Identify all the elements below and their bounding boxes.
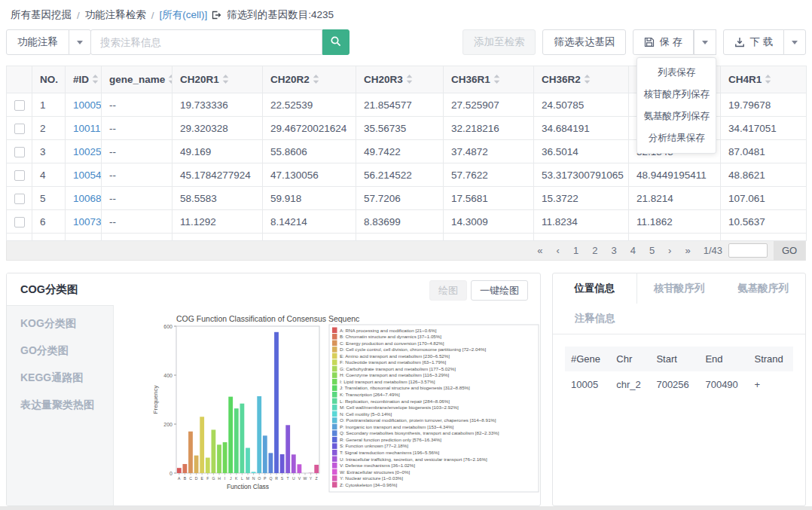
save-menu-item[interactable]: 氨基酸序列保存 <box>637 105 716 127</box>
svg-text:V: V <box>298 476 301 481</box>
save-menu-item[interactable]: 分析结果保存 <box>637 127 716 149</box>
svg-text:D: D <box>195 476 198 481</box>
pager-nav-button[interactable]: › <box>661 245 678 256</box>
column-header-ch36r1[interactable]: CH36R1 <box>444 66 534 93</box>
info-cell: 700256 <box>650 371 699 398</box>
page-button-3[interactable]: 3 <box>604 245 623 256</box>
row-checkbox[interactable] <box>14 194 25 204</box>
download-button[interactable]: 下 载 <box>723 29 784 55</box>
column-header-label: NO. <box>40 74 58 85</box>
chart-actions: 绘图 一键绘图 <box>429 280 528 301</box>
page-button-1[interactable]: 1 <box>566 245 585 256</box>
gene-id-link[interactable]: 10073 <box>73 216 102 228</box>
sidebar-item-[interactable]: 表达量聚类热图 <box>7 392 113 419</box>
tab-位置信息[interactable]: 位置信息 <box>553 273 637 304</box>
filter-type-caret-button[interactable] <box>69 29 91 55</box>
pager-nav-button[interactable]: ‹ <box>550 245 566 256</box>
one-click-draw-button[interactable]: 一键绘图 <box>471 280 528 301</box>
tab-cog-chart[interactable]: COG分类图 <box>7 273 114 305</box>
row-checkbox[interactable] <box>14 170 25 181</box>
page-button-4[interactable]: 4 <box>624 245 643 256</box>
column-header-ch4r1[interactable]: CH4R1 <box>721 66 807 93</box>
column-header-genename[interactable]: gene_name <box>102 66 172 93</box>
gene-id-link[interactable]: 10054 <box>73 169 102 181</box>
breadcrumb-separator: / <box>77 10 80 21</box>
row-checkbox[interactable] <box>14 217 25 228</box>
column-header-ch20r2[interactable]: CH20R2 <box>263 66 356 93</box>
filter-type-select-group: 功能注释 <box>6 29 91 55</box>
go-button[interactable]: GO <box>774 241 805 261</box>
tab-核苷酸序列[interactable]: 核苷酸序列 <box>637 273 722 304</box>
filter-expressed-genes-button[interactable]: 筛选表达基因 <box>542 29 626 55</box>
partial-cell <box>7 234 32 241</box>
add-to-search-button[interactable]: 添加至检索 <box>462 29 536 55</box>
sort-icon[interactable] <box>406 75 413 86</box>
info-table-row: 10005chr_2700256700490+ <box>565 371 793 398</box>
column-header-ch20r3[interactable]: CH20R3 <box>356 66 444 93</box>
row-checkbox[interactable] <box>14 100 25 111</box>
expression-value-cell: 55.8606 <box>263 140 356 163</box>
svg-text:U: Intracellular trafficking,: U: Intracellular trafficking, secretion,… <box>340 457 487 462</box>
sidebar-item-kog[interactable]: KOG分类图 <box>7 310 113 337</box>
svg-text:W: Extracellular structures [0: W: Extracellular structures [0~0%] <box>340 469 411 475</box>
gene-name-cell: -- <box>102 210 172 234</box>
gene-id-link[interactable]: 10005 <box>73 99 102 111</box>
gene-id-cell: 10005 <box>66 93 102 117</box>
row-checkbox[interactable] <box>14 147 25 157</box>
pager-nav-button[interactable]: » <box>678 245 697 256</box>
breadcrumb-item[interactable]: 所有基因挖掘 <box>11 8 72 22</box>
result-count-label: 筛选到的基因数目:4235 <box>227 8 334 22</box>
sidebar-item-go[interactable]: GO分类图 <box>7 337 113 365</box>
svg-text:Q: Q <box>269 476 272 481</box>
next-section-edge <box>0 506 812 510</box>
expression-value-cell: 32.218216 <box>444 117 534 140</box>
column-header-ch20r1[interactable]: CH20R1 <box>172 66 263 93</box>
save-caret-button[interactable] <box>694 29 716 55</box>
sort-icon[interactable] <box>493 75 500 86</box>
gene-id-link[interactable]: 10068 <box>73 193 102 204</box>
expression-value-cell: 36.5014 <box>534 140 629 163</box>
partial-cell <box>721 234 807 241</box>
draw-button[interactable]: 绘图 <box>429 280 467 301</box>
expression-value-cell: 10.5637 <box>721 210 807 234</box>
toolbar-right-group: 添加至检索 筛选表达基因 保 存 列表保存核苷酸序列保存氨基酸序列保存分析结果保… <box>462 29 806 55</box>
download-caret-button[interactable] <box>783 29 806 55</box>
sort-icon[interactable] <box>313 75 319 86</box>
gene-name-cell: -- <box>102 163 172 187</box>
save-button[interactable]: 保 存 <box>633 29 694 55</box>
sort-icon[interactable] <box>222 75 229 86</box>
save-menu-item[interactable]: 核苷酸序列保存 <box>637 84 716 105</box>
sort-icon[interactable] <box>765 75 771 86</box>
breadcrumb-item[interactable]: 功能注释检索 <box>85 8 146 22</box>
svg-text:S: S <box>281 476 284 481</box>
svg-text:J: J <box>230 476 232 481</box>
expression-value-cell: 53.317300791065 <box>534 163 629 187</box>
sort-icon[interactable] <box>584 75 591 86</box>
pager-nav-button[interactable]: « <box>530 245 549 256</box>
gene-info-panel: 位置信息核苷酸序列氨基酸序列注释信息 #GeneChrStartEndStran… <box>552 273 806 506</box>
gene-id-link[interactable]: 10011 <box>73 123 101 134</box>
gene-id-link[interactable]: 10025 <box>73 146 102 157</box>
save-menu-item[interactable]: 列表保存 <box>637 62 716 84</box>
svg-text:B: B <box>184 476 187 481</box>
breadcrumb-item-current[interactable]: [所有(cell)] <box>160 8 208 22</box>
expression-value-cell: 14.3009 <box>444 210 534 234</box>
tab-氨基酸序列[interactable]: 氨基酸序列 <box>721 273 805 304</box>
expression-value-cell: 11.1862 <box>629 210 721 234</box>
search-input[interactable] <box>90 29 322 55</box>
page-button-2[interactable]: 2 <box>585 245 604 256</box>
svg-text:T: T <box>287 476 290 481</box>
sort-icon[interactable] <box>168 75 172 86</box>
column-header-id[interactable]: #ID <box>66 66 102 93</box>
column-header-no[interactable]: NO. <box>32 66 66 93</box>
row-checkbox[interactable] <box>14 124 25 134</box>
page-button-5[interactable]: 5 <box>643 245 661 256</box>
page-jump-input[interactable] <box>728 243 768 258</box>
column-header-ch36r2[interactable]: CH36R2 <box>534 66 629 93</box>
sidebar-item-kegg[interactable]: KEGG通路图 <box>7 365 113 392</box>
tab-注释信息[interactable]: 注释信息 <box>553 304 637 334</box>
filter-type-select[interactable]: 功能注释 <box>6 29 69 55</box>
sort-icon[interactable] <box>92 75 99 86</box>
search-button[interactable] <box>322 29 350 55</box>
save-icon <box>644 37 655 47</box>
